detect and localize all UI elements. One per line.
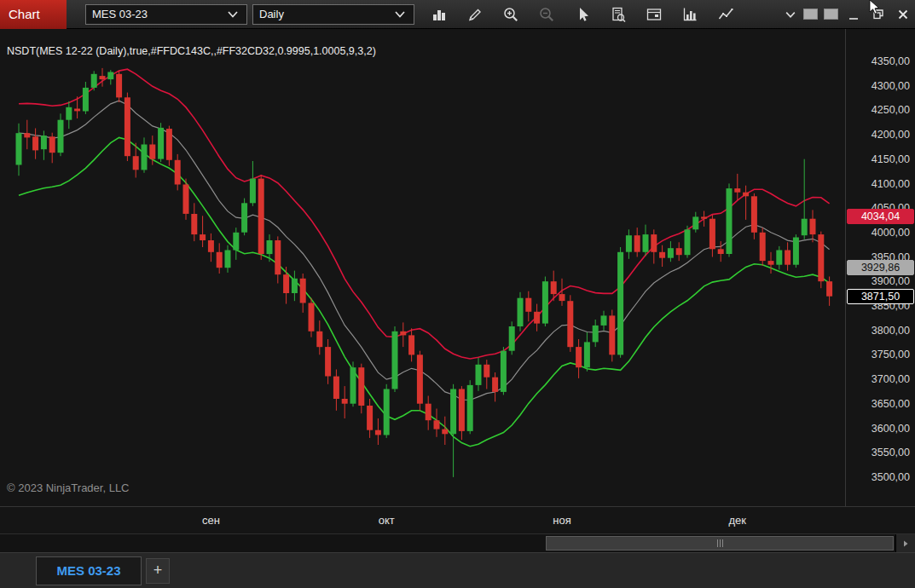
close-icon [895, 7, 911, 22]
price-axis-label: 3550,00 [872, 447, 910, 458]
cursor-arrow-icon[interactable] [573, 5, 592, 24]
month-label: сен [202, 514, 220, 527]
price-axis-label: 3750,00 [872, 349, 910, 360]
interval-dropdown[interactable]: Daily [252, 4, 414, 25]
window-tile-button[interactable] [824, 9, 838, 20]
arrow-right-icon [901, 539, 910, 548]
panel-icon[interactable] [645, 5, 663, 24]
month-label: дек [729, 514, 747, 527]
close-button[interactable] [894, 6, 912, 23]
add-tab-button[interactable]: + [146, 558, 170, 584]
restore-icon [871, 7, 886, 22]
toolbar-icons [430, 5, 800, 24]
price-axis-label: 4300,00 [872, 80, 910, 92]
month-label: ноя [553, 514, 570, 527]
price-badge: 3871,50 [847, 289, 914, 304]
price-axis-label: 4350,00 [872, 55, 910, 67]
window-title: Chart [0, 0, 67, 29]
chevron-down-icon[interactable] [781, 5, 800, 24]
price-axis-label: 3650,00 [872, 398, 910, 410]
zoom-out-icon[interactable] [537, 5, 556, 24]
instrument-dropdown[interactable]: MES 03-23 [85, 4, 247, 25]
report-icon[interactable] [609, 5, 628, 24]
candlestick-chart-icon[interactable] [430, 5, 449, 24]
scrollbar-thumb[interactable] [546, 536, 894, 551]
price-axis-label: 3800,00 [872, 325, 910, 337]
chevron-down-icon [225, 7, 240, 22]
price-badge: 3929,86 [847, 260, 914, 275]
instrument-dropdown-value: MES 03-23 [92, 8, 148, 20]
chevron-down-icon [392, 7, 408, 22]
month-label: окт [379, 514, 395, 527]
candlestick-chart [0, 29, 845, 506]
line-chart-icon[interactable] [716, 5, 735, 24]
price-axis-label: 4250,00 [872, 104, 910, 116]
price-badge: 4034,04 [847, 209, 914, 224]
chart-plot[interactable]: NSDT(MES 12-22 (Daily),true,#FFDC143C,,#… [0, 29, 845, 506]
pencil-icon[interactable] [466, 5, 484, 24]
price-axis-label: 4150,00 [872, 153, 910, 165]
minimize-button[interactable] [844, 6, 863, 23]
date-axis[interactable]: сеноктноядек [0, 506, 915, 533]
price-axis[interactable]: 4350,004300,004250,004200,004150,004100,… [845, 29, 915, 506]
price-axis-label: 4200,00 [872, 129, 910, 141]
copyright-text: © 2023 NinjaTrader, LLC [7, 481, 130, 494]
window-tile-button[interactable] [803, 9, 818, 20]
chart-window: Chart MES 03-23 Daily [0, 0, 915, 588]
histogram-icon[interactable] [680, 5, 699, 24]
tab-bar: MES 03-23 + [0, 552, 915, 588]
zoom-in-icon[interactable] [501, 5, 520, 24]
maximize-button[interactable] [869, 6, 888, 23]
chart-scrollbar[interactable] [0, 533, 915, 552]
indicator-label: NSDT(MES 12-22 (Daily),true,#FFDC143C,,#… [7, 45, 376, 57]
price-axis-label: 4100,00 [872, 178, 910, 190]
price-axis-label: 3700,00 [872, 373, 910, 385]
window-controls [803, 6, 915, 23]
price-axis-label: 3600,00 [872, 423, 910, 435]
chart-area: NSDT(MES 12-22 (Daily),true,#FFDC143C,,#… [0, 29, 915, 506]
price-axis-label: 3500,00 [872, 471, 910, 483]
tab-mes-03-23[interactable]: MES 03-23 [36, 556, 142, 585]
price-axis-label: 3900,00 [872, 275, 910, 287]
minimize-icon [846, 7, 861, 22]
interval-dropdown-value: Daily [259, 8, 284, 20]
toolbar: Chart MES 03-23 Daily [0, 0, 915, 29]
scrollbar-right-arrow[interactable] [895, 534, 915, 552]
price-axis-label: 4000,00 [872, 227, 910, 239]
